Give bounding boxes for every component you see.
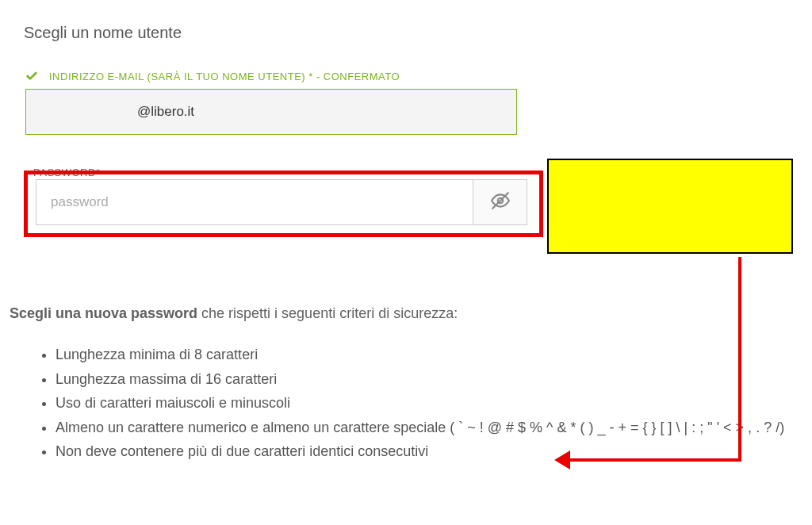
password-input-wrap: [36, 179, 527, 225]
email-confirmed-row: INDIRIZZO E-MAIL (SARÀ IL TUO NOME UTENT…: [24, 70, 796, 82]
toggle-password-visibility-button[interactable]: [473, 180, 527, 224]
criteria-item: Uso di caratteri maiuscoli e minuscoli: [56, 391, 796, 416]
annotation-highlight-box: [24, 171, 543, 237]
annotation-arrow-vertical: [738, 257, 741, 461]
criteria-list: Lunghezza minima di 8 caratteri Lunghezz…: [56, 343, 796, 464]
section-title: Scegli un nome utente: [24, 24, 796, 42]
criteria-item: Lunghezza massima di 16 caratteri: [56, 367, 796, 392]
criteria-item: Almeno un carattere numerico e almeno un…: [56, 416, 796, 440]
annotation-arrow-horizontal: [568, 458, 741, 462]
annotation-arrow-head-icon: [554, 450, 570, 469]
password-input[interactable]: [36, 180, 473, 224]
criteria-item: Lunghezza minima di 8 caratteri: [56, 343, 796, 367]
criteria-intro-rest: che rispetti i seguenti criteri di sicur…: [197, 305, 458, 321]
email-domain: @libero.it: [137, 104, 194, 119]
email-display-box: @libero.it: [25, 89, 517, 135]
email-label: INDIRIZZO E-MAIL (SARÀ IL TUO NOME UTENT…: [49, 71, 400, 82]
check-icon: [24, 70, 40, 82]
eye-slash-icon: [490, 190, 511, 214]
annotation-callout-box: [547, 159, 793, 254]
criteria-intro-bold: Scegli una nuova password: [10, 305, 197, 321]
criteria-intro: Scegli una nuova password che rispetti i…: [10, 305, 796, 322]
